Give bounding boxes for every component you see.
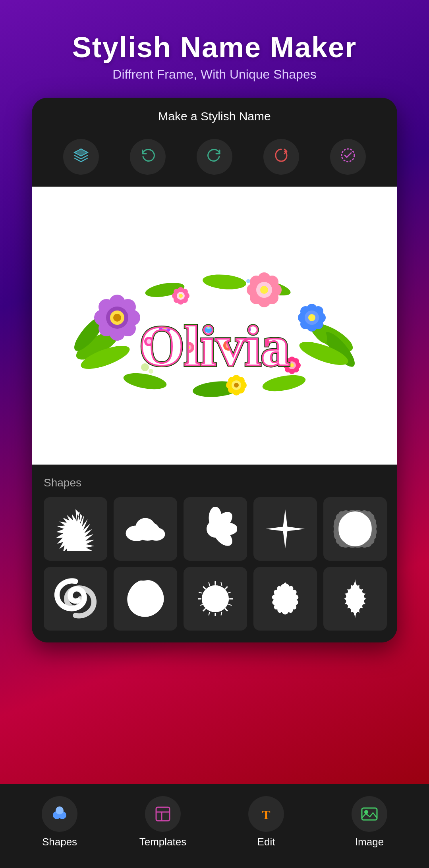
templates-nav-icon	[153, 804, 173, 824]
top-bar: Make a Stylish Name	[32, 98, 397, 131]
image-nav-icon-bg	[352, 796, 387, 832]
svg-line-138	[225, 608, 228, 611]
shape-circle-spiky[interactable]	[184, 567, 247, 631]
nav-templates[interactable]: Templates	[111, 796, 214, 848]
edit-nav-icon: T	[256, 804, 276, 824]
image-nav-label: Image	[355, 836, 384, 848]
svg-marker-121	[56, 509, 95, 551]
check-icon	[340, 147, 356, 167]
undo-icon	[139, 147, 156, 167]
shape-soft-hexagon[interactable]	[323, 497, 387, 561]
shapes-panel: Shapes	[32, 465, 397, 642]
refresh-button[interactable]	[263, 139, 299, 175]
svg-point-81	[234, 383, 239, 388]
toolbar	[32, 131, 397, 187]
shape-rough-flower[interactable]	[253, 567, 317, 631]
shape-four-star[interactable]	[253, 497, 317, 561]
shape-starburst[interactable]	[323, 567, 387, 631]
templates-nav-label: Templates	[139, 836, 187, 848]
shape-flower-8[interactable]	[184, 497, 247, 561]
svg-marker-131	[266, 509, 305, 549]
edit-nav-label: Edit	[257, 836, 275, 848]
shape-swirl[interactable]	[44, 567, 107, 631]
templates-nav-icon-bg	[145, 796, 181, 832]
svg-line-139	[225, 586, 228, 589]
svg-point-114	[135, 351, 139, 355]
phone-frame: Make a Stylish Name	[32, 98, 397, 642]
canvas-area[interactable]: Olivia Olivia Olivia	[32, 187, 397, 465]
shapes-nav-icon-bg	[42, 796, 77, 832]
svg-line-148	[221, 582, 222, 586]
bottom-nav: Shapes Templates T Edit	[0, 784, 429, 868]
shapes-label: Shapes	[44, 476, 385, 489]
svg-text:Olivia: Olivia	[139, 314, 290, 378]
svg-line-141	[209, 582, 210, 586]
nav-edit[interactable]: T Edit	[214, 796, 318, 848]
svg-line-146	[228, 592, 231, 593]
svg-point-41	[260, 286, 268, 294]
app-header: Stylish Name Maker Diffrent Frame, With …	[72, 0, 357, 98]
svg-line-143	[199, 592, 202, 593]
editor-title: Make a Stylish Name	[158, 110, 271, 123]
svg-line-140	[203, 608, 206, 611]
layers-icon	[73, 147, 89, 167]
undo-button[interactable]	[130, 139, 166, 175]
image-nav-icon	[359, 804, 379, 824]
nav-shapes[interactable]: Shapes	[8, 796, 111, 848]
redo-icon	[206, 147, 223, 167]
svg-rect-157	[362, 808, 377, 820]
shapes-nav-icon	[50, 804, 70, 824]
svg-line-142	[221, 612, 222, 615]
svg-line-145	[200, 604, 203, 605]
svg-point-125	[136, 518, 155, 536]
nav-image[interactable]: Image	[318, 796, 421, 848]
svg-point-149	[202, 586, 228, 612]
svg-text:T: T	[262, 808, 270, 822]
edit-nav-icon-bg: T	[248, 796, 284, 832]
svg-rect-153	[156, 807, 170, 821]
svg-point-152	[56, 806, 64, 814]
svg-point-71	[290, 363, 294, 367]
redo-button[interactable]	[197, 139, 232, 175]
svg-point-51	[308, 314, 315, 321]
shapes-grid	[44, 497, 385, 631]
shape-cloud[interactable]	[114, 497, 177, 561]
svg-line-137	[203, 586, 206, 589]
shapes-nav-label: Shapes	[42, 836, 77, 848]
svg-point-61	[179, 294, 183, 298]
shape-blob[interactable]	[114, 567, 177, 631]
app-background: Stylish Name Maker Diffrent Frame, With …	[0, 0, 429, 868]
done-button[interactable]	[330, 139, 366, 175]
refresh-icon	[273, 147, 290, 167]
app-title: Stylish Name Maker	[72, 32, 357, 63]
name-art: Olivia Olivia Olivia	[32, 187, 397, 465]
shape-spiky-sun[interactable]	[44, 497, 107, 561]
layers-button[interactable]	[63, 139, 99, 175]
svg-point-10	[202, 273, 247, 291]
app-subtitle: Diffrent Frame, With Unique Shapes	[72, 67, 357, 82]
svg-point-31	[113, 314, 121, 322]
svg-line-144	[228, 604, 232, 605]
svg-point-17	[246, 279, 250, 283]
svg-line-147	[209, 612, 210, 615]
svg-point-130	[207, 520, 224, 538]
